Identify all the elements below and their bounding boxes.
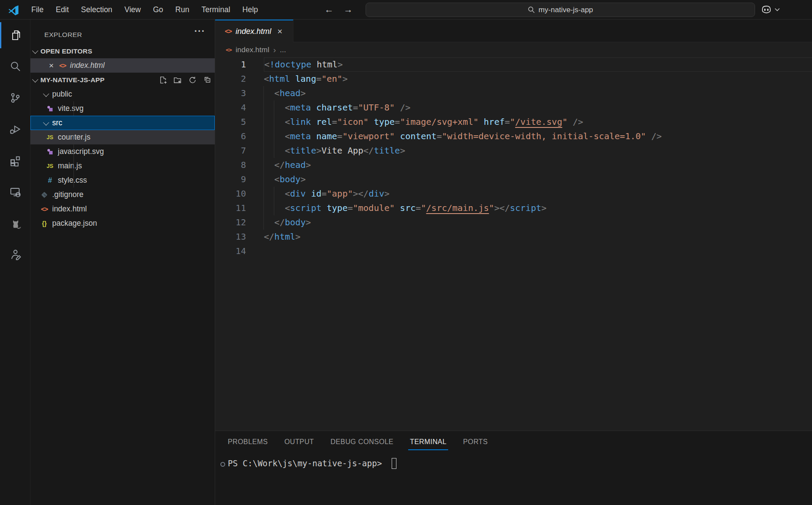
code-line-3[interactable]: 3 <head> bbox=[215, 86, 812, 100]
search-icon[interactable] bbox=[0, 51, 30, 82]
indent-guide bbox=[274, 201, 274, 215]
command-center-search[interactable]: my-native-js-app bbox=[366, 3, 755, 17]
cat-icon[interactable] bbox=[0, 207, 30, 239]
close-icon[interactable]: × bbox=[47, 61, 56, 70]
back-arrow-icon[interactable]: ← bbox=[323, 4, 335, 15]
chevron-down-icon bbox=[43, 90, 49, 97]
open-editors-section-header[interactable]: OPEN EDITORS bbox=[30, 44, 215, 58]
panel-tab-ports[interactable]: PORTS bbox=[455, 431, 496, 452]
indent-guide bbox=[263, 187, 264, 201]
panel-tabs: PROBLEMSOUTPUTDEBUG CONSOLETERMINALPORTS bbox=[215, 431, 812, 452]
panel-tab-problems[interactable]: PROBLEMS bbox=[220, 431, 276, 452]
panel-tab-terminal[interactable]: TERMINAL bbox=[402, 431, 455, 452]
line-number: 11 bbox=[215, 201, 246, 215]
close-icon[interactable]: × bbox=[277, 27, 283, 37]
code-line-5[interactable]: 5 <link rel="icon" type="image/svg+xml" … bbox=[215, 115, 812, 129]
chevron-down-icon bbox=[32, 47, 38, 54]
source-control-icon[interactable] bbox=[0, 82, 30, 114]
panel-tab-debug-console[interactable]: DEBUG CONSOLE bbox=[322, 431, 402, 452]
editor-group: <> index.html × <> index.html › ... 1<!d… bbox=[215, 20, 812, 505]
code-line-1[interactable]: 1<!doctype html> bbox=[215, 57, 812, 72]
code-line-content: </body> bbox=[264, 215, 812, 230]
tree-item-label: public bbox=[52, 90, 72, 99]
project-section-header[interactable]: MY-NATIVE-JS-APP bbox=[30, 73, 215, 87]
activity-bar bbox=[0, 20, 30, 505]
remote-explorer-icon[interactable] bbox=[0, 176, 30, 207]
file-tree: publicvite.svgsrcJScounter.jsjavascript.… bbox=[30, 87, 215, 231]
explorer-icon[interactable] bbox=[0, 20, 30, 51]
tree-file-main-js[interactable]: JSmain.js bbox=[30, 159, 215, 173]
collapse-all-icon[interactable] bbox=[200, 74, 215, 86]
code-line-12[interactable]: 12 </body> bbox=[215, 215, 812, 230]
terminal[interactable]: PS C:\Work\js\my-native-js-app> bbox=[215, 452, 812, 469]
tab-index-html[interactable]: <> index.html × bbox=[215, 20, 293, 42]
code-line-6[interactable]: 6 <meta name="viewport" content="width=d… bbox=[215, 129, 812, 144]
code-editor[interactable]: 1<!doctype html>2<html lang="en">3 <head… bbox=[215, 57, 812, 431]
menu-file[interactable]: File bbox=[25, 0, 50, 19]
indent-guide bbox=[73, 173, 74, 187]
code-line-content: <title>Vite App</title> bbox=[264, 144, 812, 158]
open-editor-item[interactable]: × <> index.html bbox=[30, 58, 215, 73]
breadcrumb-more[interactable]: ... bbox=[280, 46, 286, 54]
code-line-8[interactable]: 8 </head> bbox=[215, 158, 812, 172]
menu-terminal[interactable]: Terminal bbox=[195, 0, 236, 19]
terminal-prompt: PS C:\Work\js\my-native-js-app> bbox=[228, 458, 382, 468]
indent-guide bbox=[73, 101, 74, 116]
tree-file-gitignore[interactable]: .gitignore bbox=[30, 187, 215, 202]
menu-help[interactable]: Help bbox=[236, 0, 264, 19]
chevron-down-icon bbox=[43, 119, 49, 125]
tree-file-counter-js[interactable]: JScounter.js bbox=[30, 130, 215, 144]
code-line-4[interactable]: 4 <meta charset="UTF-8" /> bbox=[215, 100, 812, 115]
tree-file-package-json[interactable]: {}package.json bbox=[30, 216, 215, 231]
tree-file-index-html[interactable]: <>index.html bbox=[30, 202, 215, 216]
html-file-icon: <> bbox=[225, 46, 233, 54]
line-number: 6 bbox=[215, 129, 246, 144]
tree-file-javascript-svg[interactable]: javascript.svg bbox=[30, 144, 215, 159]
tree-item-label: main.js bbox=[58, 161, 82, 171]
breadcrumb-file[interactable]: index.html bbox=[236, 46, 269, 54]
code-line-content: <link rel="icon" type="image/svg+xml" hr… bbox=[264, 115, 812, 129]
project-actions bbox=[156, 73, 215, 87]
code-line-9[interactable]: 9 <body> bbox=[215, 172, 812, 187]
sidebar-header: EXPLORER ··· bbox=[30, 20, 215, 44]
menu-selection[interactable]: Selection bbox=[75, 0, 118, 19]
workbench: EXPLORER ··· OPEN EDITORS × <> index.htm… bbox=[0, 20, 812, 505]
panel-tab-output[interactable]: OUTPUT bbox=[276, 431, 322, 452]
tree-item-label: style.css bbox=[58, 176, 87, 185]
code-line-content: <body> bbox=[264, 172, 812, 187]
tree-file-vite-svg[interactable]: vite.svg bbox=[30, 101, 215, 116]
code-line-2[interactable]: 2<html lang="en"> bbox=[215, 72, 812, 86]
more-actions-icon[interactable]: ··· bbox=[194, 26, 205, 37]
menu-view[interactable]: View bbox=[118, 0, 147, 19]
code-line-13[interactable]: 13</html> bbox=[215, 230, 812, 244]
person-icon[interactable] bbox=[0, 239, 30, 270]
code-line-10[interactable]: 10 <div id="app"></div> bbox=[215, 187, 812, 201]
breadcrumb[interactable]: <> index.html › ... bbox=[215, 42, 812, 57]
extensions-icon[interactable] bbox=[0, 145, 30, 176]
indent-guide bbox=[274, 187, 274, 201]
code-line-content: <div id="app"></div> bbox=[264, 187, 812, 201]
forward-arrow-icon[interactable]: → bbox=[343, 4, 354, 15]
menu-go[interactable]: Go bbox=[147, 0, 169, 19]
tree-item-label: index.html bbox=[52, 204, 87, 214]
tree-file-style-css[interactable]: #style.css bbox=[30, 173, 215, 187]
refresh-icon[interactable] bbox=[185, 74, 200, 86]
code-line-content: <meta name="viewport" content="width=dev… bbox=[264, 129, 812, 144]
indent-guide bbox=[274, 144, 274, 158]
code-line-7[interactable]: 7 <title>Vite App</title> bbox=[215, 144, 812, 158]
new-folder-icon[interactable] bbox=[170, 74, 185, 86]
tree-folder-public[interactable]: public bbox=[30, 87, 215, 101]
menu-run[interactable]: Run bbox=[169, 0, 195, 19]
code-line-14[interactable]: 14 bbox=[215, 244, 812, 258]
tree-folder-src[interactable]: src bbox=[30, 116, 215, 130]
code-line-11[interactable]: 11 <script type="module" src="/src/main.… bbox=[215, 201, 812, 215]
html-file-icon: <> bbox=[224, 27, 232, 35]
code-line-content bbox=[264, 244, 812, 258]
run-debug-icon[interactable] bbox=[0, 114, 30, 145]
new-file-icon[interactable] bbox=[156, 74, 170, 86]
menu-edit[interactable]: Edit bbox=[50, 0, 75, 19]
js-file-icon: JS bbox=[46, 162, 54, 170]
html-file-icon: <> bbox=[59, 62, 67, 70]
line-number: 14 bbox=[215, 244, 246, 258]
copilot-menu[interactable] bbox=[761, 0, 780, 19]
